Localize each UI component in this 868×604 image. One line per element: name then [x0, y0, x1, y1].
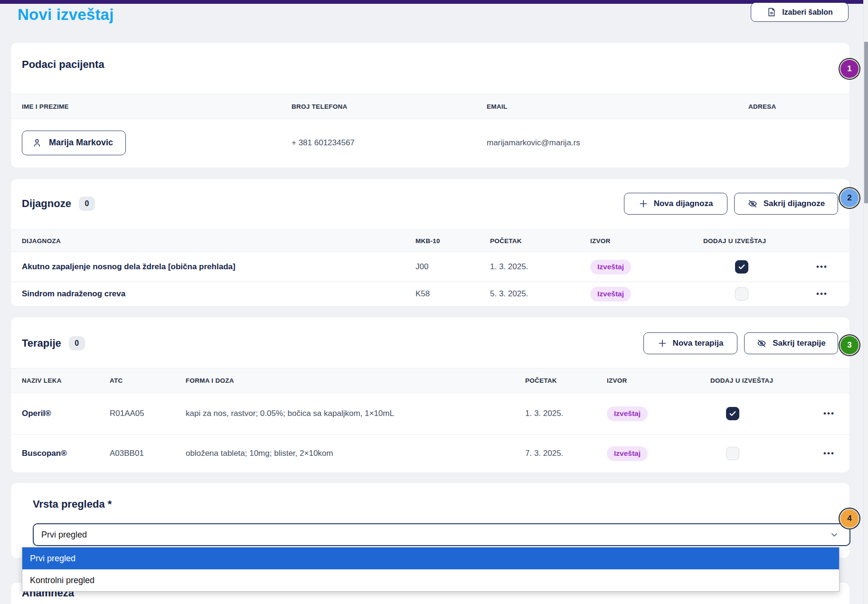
start-date: 1. 3. 2025.: [525, 409, 607, 418]
diagnoses-table-header: DIJAGNOZA MKB-10 POČETAK IZVOR DODAJ U I…: [11, 229, 849, 252]
atc-code: A03BB01: [110, 449, 186, 458]
column-header: MKB-10: [415, 237, 490, 245]
diagnosis-name: Sindrom nadraženog creva: [22, 289, 415, 299]
exam-type-label: Vrsta pregleda *: [33, 498, 112, 510]
eye-off-icon: [747, 198, 758, 209]
column-header: DODAJ U IZVEŠTAJ: [710, 377, 823, 384]
new-therapy-button[interactable]: Nova terapija: [643, 332, 737, 354]
column-header: DIJAGNOZA: [22, 237, 415, 245]
form-dose: obložena tableta; 10mg; blister, 2×10kom: [186, 449, 525, 458]
column-header: BROJ TELEFONA: [292, 103, 487, 110]
source-badge: Izveštaj: [607, 446, 648, 461]
column-header: ATC: [110, 377, 186, 384]
patient-phone: + 381 601234567: [292, 138, 487, 148]
source-badge: Izveštaj: [590, 260, 631, 274]
exam-type-selected-value: Prvi pregled: [41, 530, 87, 540]
add-to-report-checkbox[interactable]: [726, 447, 739, 460]
exam-type-dropdown: Prvi pregled Kontrolni pregled: [22, 547, 840, 592]
choose-template-button[interactable]: Izaberi šablon: [751, 2, 849, 22]
therapies-section-title: Terapije: [22, 337, 61, 349]
scrollbar-track[interactable]: [863, 0, 868, 604]
add-to-report-checkbox[interactable]: [735, 260, 748, 274]
eye-off-icon: [756, 338, 767, 349]
step-badge-1: 1: [840, 60, 859, 78]
patient-email: marijamarkovic@marija.rs: [487, 138, 748, 148]
therapies-count-badge: 0: [69, 336, 85, 350]
source-badge: Izveštaj: [590, 287, 631, 302]
hide-therapies-button[interactable]: Sakrij terapije: [744, 332, 838, 354]
table-row: Operil® R01AA05 kapi za nos, rastvor; 0.…: [11, 393, 849, 434]
start-date: 7. 3. 2025.: [525, 449, 607, 458]
patient-section-title: Podaci pacijenta: [22, 58, 104, 70]
column-header: IZVOR: [607, 377, 710, 384]
form-dose: kapi za nos, rastvor; 0.05%; bočica sa k…: [186, 409, 525, 418]
add-to-report-checkbox[interactable]: [726, 407, 739, 420]
start-date: 1. 3. 2025.: [490, 262, 590, 272]
column-header: ADRESA: [748, 103, 839, 110]
page: Novi izveštaj Izaberi šablon Podaci paci…: [0, 0, 868, 604]
drug-name: Operil®: [22, 409, 110, 418]
hide-diagnoses-button[interactable]: Sakrij dijagnoze: [734, 193, 838, 215]
top-accent-bar: [0, 0, 863, 4]
table-row: Akutno zapaljenje nosnog dela ždrela [ob…: [11, 252, 849, 282]
document-icon: [766, 7, 776, 17]
patient-card: Podaci pacijenta IME I PREZIME BROJ TELE…: [11, 43, 849, 168]
diagnosis-name: Akutno zapaljenje nosnog dela ždrela [ob…: [22, 262, 415, 272]
mkb-code: J00: [415, 262, 490, 272]
row-menu-button[interactable]: •••: [816, 262, 839, 272]
diagnoses-card: Dijagnoze 0 Nova dijagnoza Sakrij dijagn…: [11, 179, 849, 306]
column-header: DODAJ U IZVEŠTAJ: [703, 237, 816, 245]
scrollbar-thumb[interactable]: [864, 42, 868, 203]
exam-type-select[interactable]: Prvi pregled: [33, 523, 850, 546]
dropdown-option-prvi-pregled[interactable]: Prvi pregled: [22, 547, 839, 569]
column-header: IZVOR: [590, 237, 703, 245]
column-header: NAZIV LEKA: [22, 377, 110, 384]
plus-icon: [658, 339, 667, 348]
dropdown-option-kontrolni-pregled[interactable]: Kontrolni pregled: [22, 569, 839, 591]
row-menu-button[interactable]: •••: [816, 289, 839, 299]
source-badge: Izveštaj: [607, 406, 648, 421]
page-title: Novi izveštaj: [18, 6, 114, 24]
step-badge-2: 2: [840, 189, 859, 207]
start-date: 5. 3. 2025.: [490, 289, 590, 299]
table-row: Buscopan® A03BB01 obložena tableta; 10mg…: [11, 434, 849, 472]
patient-name: Marija Markovic: [49, 138, 113, 148]
patient-name-button[interactable]: Marija Markovic: [22, 131, 126, 155]
row-menu-button[interactable]: •••: [823, 409, 839, 418]
diagnoses-section-title: Dijagnoze: [22, 198, 71, 210]
therapies-table-header: NAZIV LEKA ATC FORMA I DOZA POČETAK IZVO…: [11, 368, 849, 393]
new-diagnosis-button[interactable]: Nova dijagnoza: [624, 193, 727, 215]
column-header: POČETAK: [525, 377, 607, 384]
step-badge-3: 3: [840, 336, 859, 354]
table-row: Sindrom nadraženog creva K58 5. 3. 2025.…: [11, 282, 849, 306]
chevron-down-icon: [830, 530, 839, 539]
person-icon: [32, 138, 42, 148]
therapies-card: Terapije 0 Nova terapija Sakrij terapije…: [11, 317, 849, 472]
patient-row: Marija Markovic + 381 601234567 marijama…: [11, 119, 849, 166]
column-header: IME I PREZIME: [22, 103, 292, 110]
plus-icon: [639, 199, 648, 208]
add-to-report-checkbox[interactable]: [735, 287, 748, 301]
mkb-code: K58: [415, 289, 490, 299]
column-header: POČETAK: [490, 237, 590, 245]
column-header: FORMA I DOZA: [186, 377, 525, 384]
step-badge-4: 4: [840, 510, 859, 528]
column-header: EMAIL: [487, 103, 748, 110]
patient-table-header: IME I PREZIME BROJ TELEFONA EMAIL ADRESA: [11, 94, 849, 119]
diagnoses-count-badge: 0: [79, 197, 95, 211]
row-menu-button[interactable]: •••: [823, 449, 839, 458]
atc-code: R01AA05: [110, 409, 186, 418]
drug-name: Buscopan®: [22, 449, 110, 458]
